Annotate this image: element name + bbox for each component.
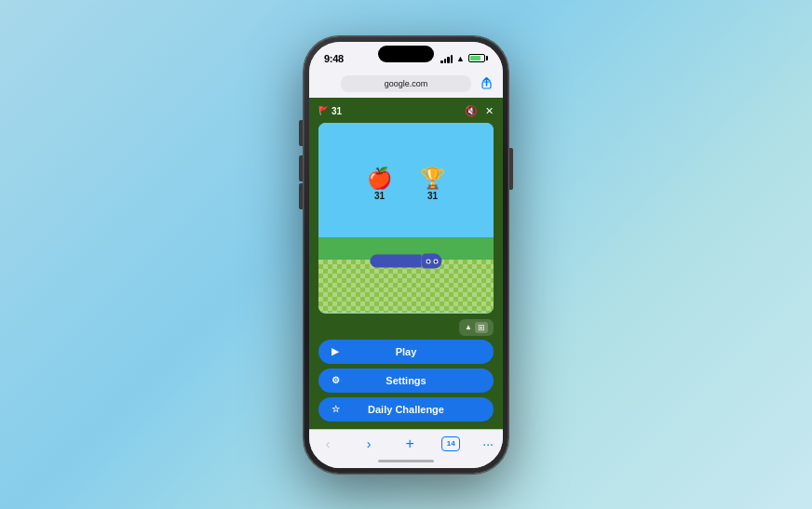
phone-screen: 9:48 ▲ google.com — [309, 42, 503, 468]
fruit-score-display: 🍎 31 — [367, 168, 392, 201]
trophy-score-value: 31 — [427, 191, 438, 201]
new-tab-button[interactable]: + — [400, 435, 419, 452]
home-bar — [378, 460, 434, 462]
url-bar[interactable]: google.com — [341, 75, 471, 92]
expand-button[interactable]: ▲ ⊞ — [459, 319, 494, 336]
game-canvas: 🍎 31 🏆 31 — [318, 123, 494, 314]
game-expand-bar: ▲ ⊞ — [318, 319, 494, 336]
close-button[interactable]: ✕ — [485, 105, 494, 117]
game-content: 🚩 31 🔇 ✕ 🍎 31 🏆 31 — [309, 98, 503, 429]
game-ground — [318, 237, 494, 314]
settings-label: Settings — [386, 375, 426, 386]
fruit-score-value: 31 — [374, 191, 385, 201]
home-indicator — [309, 456, 503, 468]
snake-head — [422, 254, 442, 269]
game-score-left: 🚩 31 — [318, 106, 342, 116]
fullscreen-icon: ⊞ — [475, 322, 488, 333]
more-button[interactable]: ··· — [482, 436, 494, 451]
dynamic-island — [378, 46, 434, 62]
star-icon: ☆ — [332, 404, 340, 414]
flag-icon: 🚩 — [318, 106, 329, 115]
mute-button[interactable]: 🔇 — [465, 105, 478, 117]
daily-challenge-label: Daily Challenge — [368, 404, 444, 415]
fruit-icon: 🍎 — [367, 168, 392, 189]
settings-button[interactable]: ⚙ Settings — [318, 368, 494, 393]
snake-character — [371, 254, 442, 269]
browser-bar: google.com — [309, 72, 503, 98]
game-score-display: 31 — [332, 106, 342, 116]
snake-body — [371, 255, 422, 268]
play-label: Play — [396, 346, 417, 357]
tab-count[interactable]: 14 — [441, 436, 460, 451]
settings-icon: ⚙ — [332, 375, 340, 385]
share-button[interactable] — [481, 77, 492, 92]
snake-eye-left — [426, 259, 431, 263]
wifi-icon: ▲ — [456, 54, 465, 63]
game-grass — [318, 237, 494, 261]
game-controls-right: 🔇 ✕ — [465, 105, 494, 117]
play-icon: ▶ — [332, 346, 339, 356]
chevron-up-icon: ▲ — [465, 323, 472, 331]
forward-button[interactable]: › — [359, 436, 378, 451]
daily-challenge-button[interactable]: ☆ Daily Challenge — [318, 397, 494, 422]
browser-bottom-nav: ‹ › + 14 ··· — [309, 429, 503, 456]
back-button[interactable]: ‹ — [318, 436, 337, 451]
battery-icon — [468, 54, 488, 62]
trophy-score-display: 🏆 31 — [420, 168, 445, 201]
play-button[interactable]: ▶ Play — [318, 340, 494, 364]
game-top-bar: 🚩 31 🔇 ✕ — [318, 105, 494, 117]
status-time: 9:48 — [324, 53, 344, 64]
snake-eye-right — [434, 259, 439, 263]
trophy-icon: 🏆 — [420, 168, 445, 189]
url-text: google.com — [385, 79, 428, 88]
game-sky: 🍎 31 🏆 31 — [318, 123, 494, 247]
status-icons: ▲ — [440, 54, 488, 63]
signal-icon — [440, 54, 453, 63]
phone-frame: 9:48 ▲ google.com — [304, 36, 508, 474]
menu-buttons: ▶ Play ⚙ Settings ☆ Daily Challenge — [318, 340, 494, 422]
